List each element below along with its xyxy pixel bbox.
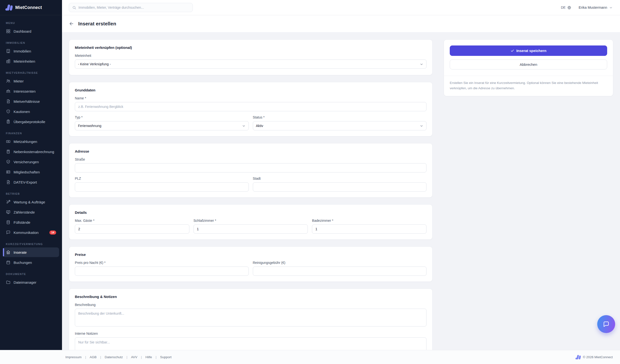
clipboard-icon <box>6 119 11 124</box>
sidebar-item-dashboard[interactable]: Dashboard <box>3 26 59 36</box>
card-actions: Inserat speichern Abbrechen Erstellen Si… <box>444 39 613 96</box>
document-icon <box>6 99 11 104</box>
brand-name: MietConnect <box>15 5 42 10</box>
strasse-input[interactable] <box>75 163 426 173</box>
brand[interactable]: MietConnect <box>0 0 62 15</box>
interne-notizen-textarea[interactable] <box>75 337 426 350</box>
top-header: DE Erika Mustermann <box>62 0 620 15</box>
footer-link-avv[interactable]: AVV <box>131 355 137 359</box>
file-export-icon <box>6 180 11 185</box>
card-title: Preise <box>75 252 426 257</box>
sidebar-item-kommunikation[interactable]: Kommunikation 14 <box>3 228 59 237</box>
plz-label: PLZ <box>75 176 249 180</box>
sidebar-item-wartung-auftraege[interactable]: Wartung & Aufträge <box>3 197 59 207</box>
sidebar-item-versicherungen[interactable]: Versicherungen <box>3 157 59 167</box>
language-switcher[interactable]: DE <box>561 6 571 10</box>
app-window: MietConnect MENU Dashboard IMMOBILIEN Im… <box>0 0 620 350</box>
badezimmer-input[interactable] <box>312 224 426 234</box>
card-beschreibung-notizen: Beschreibung & Notizen Beschreibung Inte… <box>69 289 433 350</box>
calendar-icon <box>6 260 11 265</box>
footer-link-impressum[interactable]: Impressum <box>65 355 82 359</box>
sidebar-item-datev-export[interactable]: DATEV-Export <box>3 177 59 187</box>
reinigungsgebuehr-input[interactable] <box>253 266 427 276</box>
save-listing-button[interactable]: Inserat speichern <box>450 45 607 56</box>
plz-input[interactable] <box>75 182 249 191</box>
footer-link-hilfe[interactable]: Hilfe <box>145 355 152 359</box>
mietconnect-logo-icon <box>575 355 581 359</box>
sidebar-item-uebergabeprotokolle[interactable]: Übergabeprotokolle <box>3 117 59 127</box>
typ-select[interactable]: Ferienwohnung <box>75 121 249 130</box>
card-title: Beschreibung & Notizen <box>75 295 426 299</box>
nav-section-betrieb: BETRIEB <box>6 192 56 195</box>
beschreibung-textarea[interactable] <box>75 309 426 326</box>
stadt-input[interactable] <box>253 182 427 191</box>
action-column: Inserat speichern Abbrechen Erstellen Si… <box>444 39 613 96</box>
back-arrow-icon[interactable] <box>69 21 74 26</box>
main-area: DE Erika Mustermann Inserat erstellen Mi… <box>62 0 620 350</box>
sidebar-item-dateimanager[interactable]: Dateimanager <box>3 277 59 287</box>
sidebar-item-mieter[interactable]: Mieter <box>3 76 59 86</box>
check-icon <box>511 49 514 53</box>
sidebar-item-kautionen[interactable]: Kautionen <box>3 107 59 116</box>
meter-chart-icon <box>6 210 11 215</box>
shield-check-icon <box>6 159 11 164</box>
user-menu[interactable]: Erika Mustermann <box>579 6 613 9</box>
units-building-icon <box>6 59 11 64</box>
sidebar-item-fuellstaende[interactable]: Füllstände <box>3 218 59 227</box>
footer-link-agb[interactable]: AGB <box>90 355 97 359</box>
sidebar-item-immobilien[interactable]: Immobilien <box>3 46 59 56</box>
database-icon <box>6 220 11 225</box>
mieteinheit-select[interactable]: - Keine Verknüpfung - <box>75 59 426 69</box>
card-title: Details <box>75 210 426 215</box>
sidebar-item-buchungen[interactable]: Buchungen <box>3 258 59 267</box>
preis-pro-nacht-input[interactable] <box>75 266 249 276</box>
schlafzimmer-label: Schlafzimmer * <box>194 219 308 222</box>
wrench-icon <box>6 200 11 204</box>
search-input[interactable] <box>78 6 189 9</box>
footer-link-datenschutz[interactable]: Datenschutz <box>105 355 123 359</box>
schlafzimmer-input[interactable] <box>194 224 308 234</box>
card-grunddaten: Grunddaten Name * Typ * Ferienwohnung <box>69 82 433 136</box>
footer-copyright: © 2026 MietConnect <box>575 355 613 359</box>
strasse-label: Straße <box>75 158 426 161</box>
select-value: - Keine Verknüpfung - <box>78 62 111 66</box>
chat-fab-button[interactable] <box>597 315 615 333</box>
select-value: Ferienwohnung <box>78 124 101 128</box>
chat-icon <box>6 230 11 235</box>
select-value: Aktiv <box>256 124 263 128</box>
sidebar-item-interessenten[interactable]: Interessenten <box>3 86 59 96</box>
chevron-down-icon <box>420 124 423 128</box>
footer-link-support[interactable]: Support <box>160 355 171 359</box>
footer-links: Impressum | AGB | Datenschutz | AVV | Hi… <box>65 355 171 359</box>
sidebar: MietConnect MENU Dashboard IMMOBILIEN Im… <box>0 0 62 350</box>
card-details: Details Max. Gäste * Schlafzimmer * Bade… <box>69 204 433 240</box>
global-search[interactable] <box>69 3 193 12</box>
globe-icon <box>567 6 571 10</box>
page-title: Inserat erstellen <box>78 21 116 27</box>
cancel-button[interactable]: Abbrechen <box>450 59 607 69</box>
sidebar-item-mietzahlungen[interactable]: Mietzahlungen <box>3 137 59 146</box>
calculator-icon <box>6 149 11 154</box>
user-name: Erika Mustermann <box>579 6 607 9</box>
content-area: Mieteinheit verknüpfen (optional) Mietei… <box>62 32 620 350</box>
page-footer: Impressum | AGB | Datenschutz | AVV | Hi… <box>0 350 620 364</box>
name-input[interactable] <box>75 102 426 111</box>
dashboard-icon <box>6 29 11 34</box>
nav-section-mietverhaeltnisse: MIETVERHÄLTNISSE <box>6 71 56 74</box>
max-gaeste-input[interactable] <box>75 224 189 234</box>
unread-count-badge: 14 <box>49 231 56 235</box>
card-title: Grunddaten <box>75 88 426 92</box>
sidebar-item-zaehlerstaende[interactable]: Zählerstände <box>3 207 59 217</box>
sidebar-item-mitgliedschaften[interactable]: Mitgliedschaften <box>3 167 59 177</box>
mieteinheit-label: Mieteinheit <box>75 54 426 58</box>
sidebar-item-inserate[interactable]: Inserate <box>3 248 59 257</box>
beschreibung-label: Beschreibung <box>75 303 426 307</box>
language-code: DE <box>561 6 566 9</box>
form-column: Mieteinheit verknüpfen (optional) Mietei… <box>69 39 433 350</box>
sidebar-item-nebenkostenabrechnung[interactable]: Nebenkostenabrechnung <box>3 147 59 157</box>
sidebar-item-mietverhaeltnisse[interactable]: Mietverhältnisse <box>3 97 59 106</box>
listing-icon <box>6 250 11 255</box>
shield-alert-icon <box>6 109 11 114</box>
sidebar-item-mieteinheiten[interactable]: Mieteinheiten <box>3 56 59 66</box>
status-select[interactable]: Aktiv <box>253 121 427 130</box>
